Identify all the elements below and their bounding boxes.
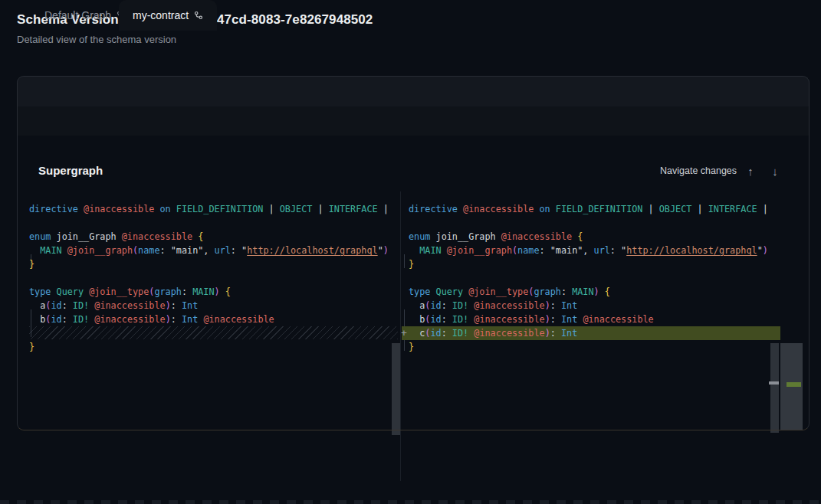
code-token: @inaccessible (501, 231, 572, 242)
code-token: type (409, 286, 430, 297)
code-token: | (378, 204, 389, 214)
code-token: } (29, 342, 34, 352)
code-token: ) (545, 300, 550, 311)
overview-ruler-added-tick (787, 382, 801, 387)
minimap-thumb[interactable] (780, 343, 803, 430)
code-line: enum join__Graph @inaccessible { (29, 230, 203, 244)
code-token: INTERFACE (329, 204, 378, 214)
tab-my-contract[interactable]: my-contract (119, 0, 217, 31)
code-token: url (215, 245, 231, 256)
code-token: ) (166, 314, 171, 325)
navigate-changes-label: Navigate changes (660, 165, 737, 176)
code-token: b (29, 314, 45, 325)
code-token: : (62, 300, 73, 311)
left-pane-scrollbar-thumb[interactable] (392, 343, 400, 435)
code-token: Int (561, 300, 577, 311)
code-token: @join__type (468, 286, 528, 297)
bottom-dashed-divider (0, 500, 821, 504)
code-token: OBJECT (659, 204, 692, 214)
code-token: : (442, 314, 452, 325)
code-token (62, 245, 67, 256)
code-token: Int (182, 300, 198, 311)
code-token: : (62, 314, 73, 325)
tab-label: Default Graph (44, 9, 111, 21)
code-token: join__Graph (51, 231, 121, 242)
code-token: @inaccessible (94, 314, 165, 325)
navigate-down-button[interactable]: ↓ (767, 162, 783, 179)
code-line: b(id: ID! @inaccessible): Int @inaccessi… (29, 313, 274, 326)
code-token: ) (545, 314, 550, 325)
code-token (599, 286, 605, 297)
code-token: id (51, 314, 61, 325)
code-token (442, 245, 447, 256)
code-token: @inaccessible (583, 314, 653, 325)
code-token: | (263, 204, 279, 214)
code-token: | (757, 204, 768, 214)
right-pane-scrollbar-thumb[interactable] (770, 343, 779, 433)
code-token: : (442, 300, 452, 311)
code-token (430, 286, 435, 297)
code-token (220, 286, 225, 297)
code-token: @inaccessible (474, 328, 544, 339)
code-token: @join__type (89, 286, 149, 297)
code-line: type Query @join__type(graph: MAIN) { (29, 285, 231, 299)
code-token: on (159, 204, 170, 214)
code-token: @inaccessible (122, 231, 192, 242)
code-token: | (312, 204, 328, 214)
code-token: : (561, 286, 572, 297)
code-token (78, 204, 84, 214)
diff-pane-current[interactable]: directive @inaccessible on FIELD_DEFINIT… (402, 191, 780, 481)
code-token: : (550, 314, 561, 325)
code-token: OBJECT (280, 204, 313, 214)
code-token: | (642, 204, 658, 214)
navigate-up-button[interactable]: ↑ (742, 162, 759, 179)
code-token: join__Graph (430, 231, 501, 242)
code-token: @inaccessible (463, 204, 534, 214)
code-token: @inaccessible (94, 300, 165, 311)
code-token: { (225, 286, 231, 297)
code-line: MAIN @join__graph(name: "main", url: "ht… (409, 244, 768, 257)
code-token: enum (29, 231, 51, 242)
code-token: @inaccessible (203, 314, 274, 325)
code-token: @inaccessible (474, 300, 544, 311)
code-token: } (29, 259, 34, 270)
code-token: : (550, 328, 561, 339)
code-token: Query (436, 286, 464, 297)
code-token: id (430, 300, 441, 311)
code-token: c (409, 328, 425, 339)
code-token: " (757, 245, 763, 256)
code-token: directive (409, 204, 458, 214)
code-token: name (517, 245, 539, 256)
code-token: MAIN (419, 245, 441, 256)
code-token: a (29, 300, 45, 311)
tab-label: my-contract (133, 9, 189, 21)
code-token: FIELD_DEFINITION (556, 204, 643, 214)
code-token: } (409, 342, 414, 352)
code-token: : " (231, 245, 247, 256)
code-line-added: c(id: ID! @inaccessible): Int (402, 326, 780, 340)
code-token: b (409, 314, 425, 325)
fork-icon (194, 11, 203, 20)
diff-pane-previous[interactable]: directive @inaccessible on FIELD_DEFINIT… (23, 191, 401, 481)
code-token: @join__graph (447, 245, 512, 256)
code-line: b(id: ID! @inaccessible): Int @inaccessi… (409, 313, 654, 326)
code-token: Int (182, 314, 198, 325)
code-token: Int (561, 314, 577, 325)
code-token: INTERFACE (708, 204, 757, 214)
code-token: ID! (452, 328, 468, 339)
code-line: } (409, 257, 414, 271)
code-token: ) (215, 286, 220, 297)
code-token: id (430, 328, 441, 339)
code-token: ) (594, 286, 599, 297)
section-heading: Supergraph (38, 164, 103, 177)
code-token (458, 204, 463, 214)
code-line: } (29, 340, 34, 354)
code-token: " (378, 245, 383, 256)
code-token: : "main", (540, 245, 594, 256)
indent-guide (404, 254, 405, 268)
code-token: Query (57, 286, 84, 297)
code-line: directive @inaccessible on FIELD_DEFINIT… (29, 202, 389, 216)
code-token: enum (409, 231, 430, 242)
code-token: ) (383, 245, 389, 256)
code-token: | (691, 204, 708, 214)
